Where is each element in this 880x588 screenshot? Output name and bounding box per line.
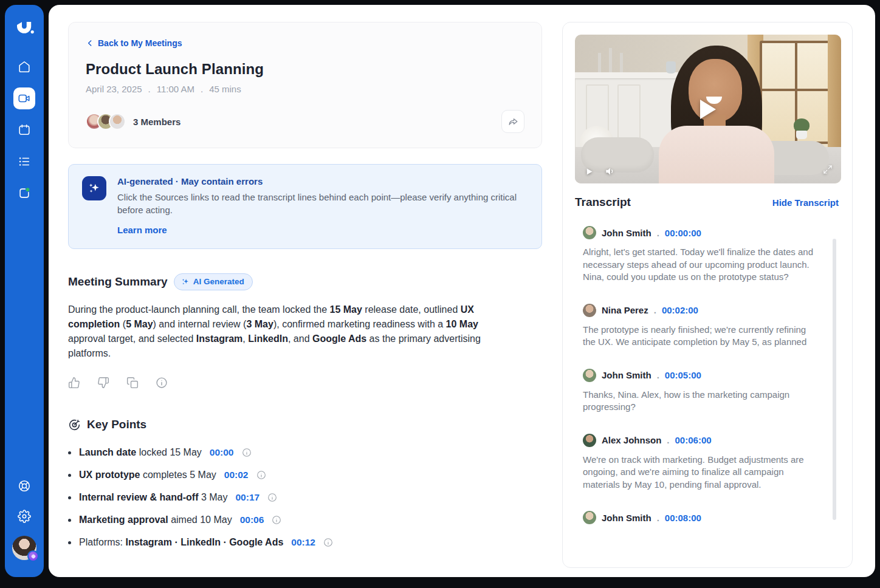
transcript-entry: John Smith . 00:08:00 bbox=[583, 511, 816, 524]
recording-panel: Transcript Hide Transcript John Smith . … bbox=[562, 22, 853, 568]
info-button[interactable] bbox=[156, 377, 168, 391]
learn-more-link[interactable]: Learn more bbox=[117, 225, 167, 235]
meta-separator: . bbox=[148, 84, 151, 94]
info-icon bbox=[242, 448, 252, 457]
transcript-timestamp-link[interactable]: 00:06:00 bbox=[675, 435, 712, 445]
transcript-timestamp-link[interactable]: 00:08:00 bbox=[665, 513, 701, 523]
separator: . bbox=[657, 513, 659, 523]
player-controls bbox=[585, 166, 616, 177]
meeting-date: April 23, 2025 bbox=[86, 84, 142, 94]
list-icon bbox=[18, 155, 31, 168]
key-point-text: Platforms: Instagram · LinkedIn · Google… bbox=[79, 537, 283, 548]
bullet-dot bbox=[68, 451, 71, 454]
key-point-item: Marketing approval aimed 10 May 00:06 bbox=[68, 513, 542, 527]
transcript-timestamp-link[interactable]: 00:00:00 bbox=[665, 228, 701, 238]
volume-icon[interactable] bbox=[605, 166, 616, 177]
transcript-entry-header: John Smith . 00:08:00 bbox=[583, 511, 816, 524]
speaker-avatar bbox=[583, 304, 596, 317]
key-point-text: Launch date locked 15 May bbox=[79, 447, 202, 458]
play-overlay-icon[interactable] bbox=[700, 100, 716, 119]
help-lifebuoy-icon bbox=[18, 479, 31, 493]
members-count-label: 3 Members bbox=[133, 117, 180, 127]
page-title: Product Launch Planning bbox=[86, 61, 524, 78]
thumbs-down-button[interactable] bbox=[97, 377, 109, 391]
sidebar-item-settings[interactable] bbox=[13, 505, 35, 527]
transcript-entry-header: John Smith . 00:05:00 bbox=[583, 369, 816, 382]
sparkle-icon bbox=[181, 278, 190, 286]
sidebar-item-notes[interactable] bbox=[13, 151, 35, 173]
main-window: Back to My Meetings Product Launch Plann… bbox=[49, 5, 875, 577]
banner-body: Click the Sources links to read the tran… bbox=[117, 191, 524, 216]
info-icon bbox=[323, 538, 333, 547]
sidebar-item-home[interactable] bbox=[13, 56, 35, 78]
fullscreen-button[interactable] bbox=[823, 165, 833, 177]
thumbs-down-icon bbox=[97, 377, 109, 389]
timestamp-link[interactable]: 00:17 bbox=[235, 492, 260, 503]
info-icon bbox=[267, 493, 277, 502]
separator: . bbox=[657, 228, 659, 238]
separator: . bbox=[657, 370, 659, 380]
gear-icon bbox=[18, 510, 31, 523]
timestamp-link[interactable]: 00:00 bbox=[210, 447, 234, 458]
sidebar bbox=[5, 5, 44, 577]
key-point-item: UX prototype completes 5 May 00:02 bbox=[68, 468, 542, 482]
key-point-text: UX prototype completes 5 May bbox=[79, 470, 216, 480]
source-info-button[interactable] bbox=[267, 493, 277, 502]
timestamp-link[interactable]: 00:02 bbox=[224, 470, 249, 480]
separator: . bbox=[654, 305, 656, 315]
copy-icon bbox=[126, 377, 139, 389]
share-button[interactable] bbox=[501, 110, 524, 133]
source-info-button[interactable] bbox=[256, 470, 266, 480]
sidebar-item-rooms[interactable] bbox=[13, 182, 35, 204]
calendar-icon bbox=[18, 123, 31, 137]
share-forward-icon bbox=[507, 116, 519, 128]
transcript-timestamp-link[interactable]: 00:05:00 bbox=[665, 370, 701, 380]
back-link[interactable]: Back to My Meetings bbox=[86, 38, 182, 48]
chevron-left-icon bbox=[86, 39, 94, 47]
speaker-name: Alex Johnson bbox=[602, 435, 661, 445]
user-avatar[interactable] bbox=[12, 536, 36, 560]
transcript-entry: Alex Johnson . 00:06:00 We're on track w… bbox=[583, 434, 816, 491]
video-thumbnail-detail bbox=[828, 35, 841, 162]
member-avatars bbox=[86, 113, 126, 130]
presence-dot bbox=[26, 188, 30, 191]
key-points-header: Key Points bbox=[68, 418, 542, 431]
video-thumbnail-detail bbox=[794, 118, 810, 132]
key-point-text: Internal review & hand-off 3 May bbox=[79, 492, 227, 503]
brand-logo[interactable] bbox=[13, 17, 35, 39]
sidebar-nav bbox=[5, 56, 44, 204]
transcript-list: John Smith . 00:00:00 Alright, let's get… bbox=[563, 226, 852, 524]
transcript-scrollbar[interactable] bbox=[833, 239, 836, 520]
source-info-button[interactable] bbox=[272, 515, 281, 525]
sidebar-item-calendar[interactable] bbox=[13, 119, 35, 141]
hide-transcript-link[interactable]: Hide Transcript bbox=[772, 197, 839, 208]
play-icon[interactable] bbox=[585, 167, 594, 176]
timestamp-link[interactable]: 00:06 bbox=[240, 514, 264, 525]
transcript-text: Thanks, Nina. Alex, how is the marketing… bbox=[583, 389, 816, 414]
summary-heading: Meeting Summary bbox=[68, 275, 168, 289]
separator: . bbox=[667, 435, 669, 445]
back-label: Back to My Meetings bbox=[98, 38, 182, 48]
meeting-meta: April 23, 2025 . 11:00 AM . 45 mins bbox=[86, 84, 524, 94]
thumbs-up-button[interactable] bbox=[68, 377, 80, 391]
video-thumbnail-detail bbox=[620, 53, 623, 72]
bullet-dot bbox=[68, 541, 71, 544]
video-player[interactable] bbox=[575, 35, 841, 183]
thumbs-up-icon bbox=[68, 377, 80, 389]
timestamp-link[interactable]: 00:12 bbox=[291, 537, 315, 548]
members-row: 3 Members bbox=[86, 110, 524, 133]
sidebar-item-meetings[interactable] bbox=[13, 87, 35, 109]
feedback-toolbar bbox=[68, 377, 542, 391]
source-info-button[interactable] bbox=[323, 538, 333, 547]
video-thumbnail-detail bbox=[796, 131, 807, 139]
video-thumbnail-detail bbox=[666, 61, 676, 74]
sidebar-item-help[interactable] bbox=[13, 475, 35, 497]
ai-disclaimer-banner: AI-generated · May contain errors Click … bbox=[68, 164, 542, 249]
source-info-button[interactable] bbox=[242, 448, 252, 457]
video-camera-icon bbox=[18, 92, 31, 105]
speaker-name: John Smith bbox=[602, 228, 651, 238]
speaker-name: John Smith bbox=[602, 513, 651, 523]
copy-button[interactable] bbox=[126, 377, 139, 391]
transcript-timestamp-link[interactable]: 00:02:00 bbox=[662, 305, 698, 315]
transcript-heading: Transcript bbox=[575, 196, 631, 209]
